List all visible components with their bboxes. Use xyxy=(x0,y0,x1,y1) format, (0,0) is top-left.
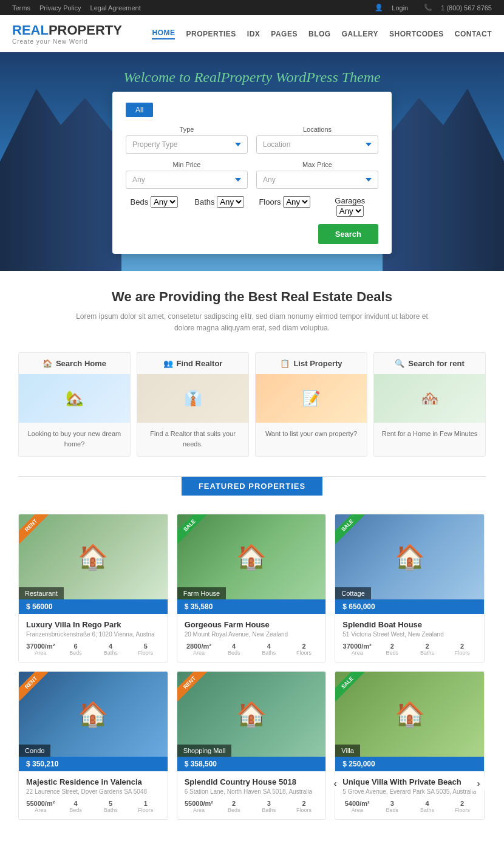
hero-section: Welcome to RealProperty WordPress Theme … xyxy=(0,52,504,271)
prop-image-container: 🏠 SALE Farm House xyxy=(177,514,326,599)
prop-stat-floors: 2 Floors xyxy=(290,643,319,656)
featured-title: FEATURED PROPERTIES xyxy=(182,477,322,496)
search-rent-image: 🏘️ xyxy=(374,374,485,423)
nav-pages[interactable]: PAGES xyxy=(271,30,298,38)
prop-stat-beds: 3 Beds xyxy=(378,800,407,813)
search-row-beds-etc: Beds Any Baths Any Floors Any xyxy=(126,196,378,217)
property-card-1[interactable]: 🏠 RENT Restaurant $ 56000 Luxury Villa I… xyxy=(18,514,168,663)
nav-blog[interactable]: BLOG xyxy=(308,30,331,38)
prop-info: Majestic Residence in Valencia 22 Lauren… xyxy=(19,771,168,819)
baths-label: Baths xyxy=(194,197,214,206)
nav-gallery[interactable]: GALLERY xyxy=(342,30,378,38)
property-card-4[interactable]: 🏠 RENT Condo $ 350,210 Majestic Residenc… xyxy=(18,671,168,820)
prop-badge-wrap: SALE xyxy=(177,514,214,551)
logo[interactable]: REALPROPERTY Create your New World xyxy=(12,22,122,45)
floors-select[interactable]: Any xyxy=(283,196,310,208)
prop-type-price-overlay: Farm House xyxy=(177,587,326,599)
prop-price: $ 350,210 xyxy=(19,757,168,771)
search-row-price: Min Price Any Max Price Any xyxy=(126,161,378,189)
prop-info: Unique Villa With Private Beach 5 Grove … xyxy=(335,771,484,819)
prop-stat-area: 55000/m² Area xyxy=(26,800,55,813)
location-select[interactable]: Location xyxy=(256,135,378,154)
prop-name: Luxury Villa In Rego Park xyxy=(26,620,160,629)
nav-home[interactable]: HOME xyxy=(152,29,175,39)
prop-stat-baths: 4 Baths xyxy=(413,800,442,813)
topbar-links: Terms Privacy Policy Legal Agreement xyxy=(12,4,148,12)
baths-select[interactable]: Any xyxy=(217,196,244,208)
prop-stat-baths: 2 Baths xyxy=(413,643,442,656)
prop-stats: 37000/m² Area 6 Beds 4 Baths 5 Floors xyxy=(26,643,160,656)
search-panel: All Type Property Type Locations Locatio… xyxy=(112,92,392,254)
prop-name: Majestic Residence in Valencia xyxy=(26,777,160,786)
prop-stat-area: 2800/m² Area xyxy=(185,643,214,656)
property-card-6[interactable]: 🏠 SALE Villa $ 250,000 Unique Villa With… xyxy=(335,671,485,820)
prop-badge: SALE xyxy=(335,672,366,701)
list-property-image: 📝 xyxy=(256,374,367,423)
search-rent-label: Search for rent xyxy=(408,359,464,368)
properties-grid: 🏠 RENT Restaurant $ 56000 Luxury Villa I… xyxy=(0,508,504,832)
property-card-2[interactable]: 🏠 SALE Farm House $ 35,580 Gorgeous Farm… xyxy=(177,514,327,663)
garages-select[interactable]: Any xyxy=(336,205,364,217)
search-row-type-location: Type Property Type Locations Location xyxy=(126,126,378,154)
privacy-link[interactable]: Privacy Policy xyxy=(39,4,81,12)
type-select[interactable]: Property Type xyxy=(126,135,248,154)
hero-title: Welcome to RealProperty WordPress Theme xyxy=(112,69,392,86)
search-home-image: 🏡 xyxy=(19,374,130,423)
property-card-5[interactable]: 🏠 RENT Shopping Mall $ 358,500 Splendid … xyxy=(177,671,327,820)
min-price-select[interactable]: Any xyxy=(126,171,248,189)
prop-type-price-overlay: Shopping Mall xyxy=(177,745,326,757)
topbar-right: 👤 Login 📞 1 (800) 567 8765 xyxy=(375,4,492,12)
prop-badge-wrap: SALE xyxy=(335,514,372,551)
carousel-next-arrow[interactable]: › xyxy=(471,776,486,791)
search-rent-icon: 🔍 xyxy=(395,359,404,368)
search-home-label: Search Home xyxy=(56,359,106,368)
prop-stat-floors: 2 Floors xyxy=(448,643,477,656)
search-tab-all[interactable]: All xyxy=(126,103,153,117)
nav-properties[interactable]: PROPERTIES xyxy=(186,30,236,38)
phone-number: 1 (800) 567 8765 xyxy=(441,4,492,12)
logo-sub: Create your New World xyxy=(12,38,122,45)
floors-label: Floors xyxy=(259,197,281,206)
prop-image-container: 🏠 SALE Villa xyxy=(335,672,484,757)
main-nav: HOME PROPERTIES IDX PAGES BLOG GALLERY S… xyxy=(152,29,492,39)
feature-card-list-property[interactable]: 📋 List Property 📝 Want to list your own … xyxy=(255,352,367,457)
carousel-prev-arrow[interactable]: ‹ xyxy=(328,776,342,791)
prop-stats: 55000/m² Area 4 Beds 5 Baths 1 Floors xyxy=(26,800,160,813)
prop-price: $ 56000 xyxy=(19,599,168,614)
feature-card-find-realtor[interactable]: 👥 Find Realtor 👔 Find a Realtor that sui… xyxy=(137,352,249,457)
best-deals-title: We are Providing the Best Real Estate De… xyxy=(24,289,480,305)
prop-type-price-overlay: Condo xyxy=(19,745,168,757)
prop-badge: SALE xyxy=(177,514,208,544)
prop-stat-floors: 5 Floors xyxy=(131,643,160,656)
beds-select[interactable]: Any xyxy=(151,196,178,208)
nav-contact[interactable]: CONTACT xyxy=(455,30,492,38)
prop-type-price-overlay: Cottage xyxy=(335,587,484,599)
prop-stat-area: 37000/m² Area xyxy=(342,643,372,656)
nav-shortcodes[interactable]: SHORTCODES xyxy=(389,30,444,38)
prop-name: Unique Villa With Private Beach xyxy=(342,777,477,786)
terms-link[interactable]: Terms xyxy=(12,4,30,12)
beds-label: Beds xyxy=(131,197,149,206)
prop-badge-wrap: RENT xyxy=(177,672,214,708)
feature-card-search-home[interactable]: 🏠 Search Home 🏡 Looking to buy your new … xyxy=(18,352,131,457)
prop-type-tag: Restaurant xyxy=(19,587,64,599)
legal-link[interactable]: Legal Agreement xyxy=(90,4,141,12)
max-price-select[interactable]: Any xyxy=(256,171,378,189)
garages-field: Garages Any xyxy=(322,196,379,217)
prop-stat-floors: 2 Floors xyxy=(290,800,319,813)
prop-address: 6 Station Lane, North Haven SA 5018, Aus… xyxy=(185,788,319,795)
location-field: Locations Location xyxy=(256,126,378,154)
prop-stat-floors: 2 Floors xyxy=(448,800,477,813)
property-card-3[interactable]: 🏠 SALE Cottage $ 650,000 Splendid Boat H… xyxy=(335,514,485,663)
nav-idx[interactable]: IDX xyxy=(247,30,261,38)
prop-address: 22 Laurence Street, Dover Gardens SA 504… xyxy=(26,788,160,795)
search-button[interactable]: Search xyxy=(318,224,378,244)
find-realtor-image: 👔 xyxy=(137,374,248,423)
floors-field: Floors Any xyxy=(256,196,313,217)
topbar: Terms Privacy Policy Legal Agreement 👤 L… xyxy=(0,0,504,15)
login-link[interactable]: Login xyxy=(392,4,408,12)
prop-stats: 5400/m² Area 3 Beds 4 Baths 2 Floors xyxy=(342,800,477,813)
prop-stat-baths: 5 Baths xyxy=(96,800,125,813)
feature-card-search-rent[interactable]: 🔍 Search for rent 🏘️ Rent for a Home in … xyxy=(373,352,486,457)
prop-info: Splendid Boat House 51 Victoria Street W… xyxy=(335,614,484,662)
